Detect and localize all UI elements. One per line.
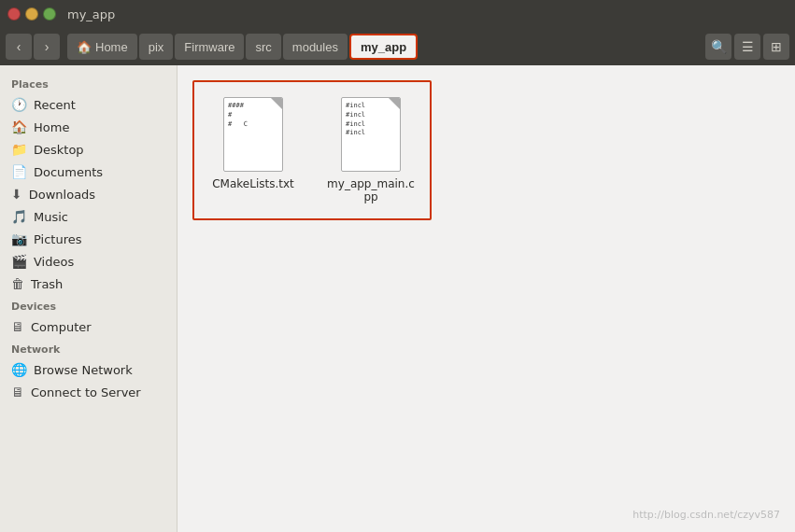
places-section-label: Places <box>0 73 177 93</box>
sidebar-item-music[interactable]: 🎵 Music <box>0 205 177 228</box>
sidebar-home-label: Home <box>34 120 69 134</box>
breadcrumb-pix[interactable]: pix <box>139 34 174 60</box>
toolbar: ‹ › 🏠HomepixFirmwaresrcmodulesmy_app 🔍 ☰… <box>0 28 795 65</box>
file-preview-cmake: #### # # C <box>228 102 278 129</box>
search-icon: 🔍 <box>711 39 727 54</box>
sidebar-music-label: Music <box>34 210 68 224</box>
sidebar-item-recent[interactable]: 🕐 Recent <box>0 93 177 116</box>
sidebar-item-videos[interactable]: 🎬 Videos <box>0 250 177 273</box>
network-items: 🌐 Browse Network 🖥 Connect to Server <box>0 358 177 403</box>
recent-icon: 🕐 <box>11 97 27 112</box>
file-item-cpp[interactable]: #incl #incl #incl #incl my_app_main.cpp <box>319 90 422 211</box>
sidebar-item-connect-server[interactable]: 🖥 Connect to Server <box>0 381 177 403</box>
sidebar-recent-label: Recent <box>34 98 76 112</box>
grid-button[interactable]: ⊞ <box>763 34 789 60</box>
music-icon: 🎵 <box>11 209 27 224</box>
sidebar-pictures-label: Pictures <box>34 232 81 246</box>
maximize-button[interactable] <box>43 7 56 21</box>
sidebar-computer-label: Computer <box>31 320 92 334</box>
breadcrumb-firmware[interactable]: Firmware <box>175 34 244 60</box>
breadcrumb-src[interactable]: src <box>246 34 280 60</box>
sidebar-item-pictures[interactable]: 📷 Pictures <box>0 228 177 250</box>
breadcrumb-my_app[interactable]: my_app <box>349 34 418 60</box>
file-item-cmake[interactable]: #### # # C CMakeLists.txt <box>202 90 305 211</box>
file-label-cpp: my_app_main.cpp <box>327 177 415 203</box>
sidebar-item-desktop[interactable]: 📁 Desktop <box>0 138 177 161</box>
home-icon: 🏠 <box>11 119 27 134</box>
trash-icon: 🗑 <box>11 276 24 291</box>
breadcrumb-home-label: Home <box>95 40 128 54</box>
grid-icon: ⊞ <box>771 39 782 54</box>
sidebar-item-computer[interactable]: 🖥 Computer <box>0 315 177 338</box>
window: my_app ‹ › 🏠HomepixFirmwaresrcmodulesmy_… <box>0 0 795 532</box>
content-area: #### # # C CMakeLists.txt#incl #incl #in… <box>177 65 795 532</box>
minimize-button[interactable] <box>25 7 38 21</box>
sidebar-item-downloads[interactable]: ⬇ Downloads <box>0 183 177 205</box>
breadcrumb-modules[interactable]: modules <box>283 34 348 60</box>
breadcrumb-pix-label: pix <box>149 40 164 54</box>
nav-buttons: ‹ › <box>6 34 60 60</box>
sidebar-trash-label: Trash <box>31 277 63 291</box>
titlebar-buttons <box>7 7 56 21</box>
sidebar-item-home[interactable]: 🏠 Home <box>0 116 177 138</box>
downloads-icon: ⬇ <box>11 187 22 202</box>
devices-section-label: Devices <box>0 295 177 315</box>
back-button[interactable]: ‹ <box>6 34 32 60</box>
close-button[interactable] <box>7 7 21 21</box>
window-title: my_app <box>67 7 115 21</box>
file-preview-cpp: #incl #incl #incl #incl <box>346 102 396 138</box>
main-area: Places 🕐 Recent 🏠 Home 📁 Desktop 📄 Docum… <box>0 65 795 532</box>
desktop-icon: 📁 <box>11 142 27 157</box>
breadcrumb-home[interactable]: 🏠Home <box>67 34 137 60</box>
breadcrumb-src-label: src <box>255 40 271 54</box>
places-items: 🕐 Recent 🏠 Home 📁 Desktop 📄 Documents ⬇ … <box>0 93 177 295</box>
documents-icon: 📄 <box>11 164 27 179</box>
file-icon-cpp: #incl #incl #incl #incl <box>341 97 401 172</box>
toolbar-actions: 🔍 ☰ ⊞ <box>705 34 789 60</box>
files-grid: #### # # C CMakeLists.txt#incl #incl #in… <box>202 90 422 211</box>
pictures-icon: 📷 <box>11 231 27 246</box>
sidebar-item-browse-network[interactable]: 🌐 Browse Network <box>0 358 177 381</box>
selection-box: #### # # C CMakeLists.txt#incl #incl #in… <box>192 80 432 220</box>
breadcrumb-modules-label: modules <box>292 40 338 54</box>
watermark: http://blog.csdn.net/czyv587 <box>632 509 780 521</box>
file-label-cmake: CMakeLists.txt <box>212 177 294 190</box>
sidebar-desktop-label: Desktop <box>34 143 84 157</box>
sidebar-browse-network-label: Browse Network <box>34 363 133 377</box>
menu-button[interactable]: ☰ <box>734 34 760 60</box>
breadcrumb-my_app-label: my_app <box>361 40 406 54</box>
network-section-label: Network <box>0 338 177 358</box>
forward-button[interactable]: › <box>34 34 60 60</box>
sidebar-item-trash[interactable]: 🗑 Trash <box>0 273 177 295</box>
file-icon-cmake: #### # # C <box>223 97 283 172</box>
sidebar-videos-label: Videos <box>34 255 74 269</box>
sidebar-documents-label: Documents <box>34 165 103 179</box>
sidebar-downloads-label: Downloads <box>29 188 95 202</box>
breadcrumb-bar: 🏠HomepixFirmwaresrcmodulesmy_app <box>67 34 702 60</box>
connect-server-icon: 🖥 <box>11 385 24 399</box>
browse-network-icon: 🌐 <box>11 362 27 377</box>
titlebar: my_app <box>0 0 795 28</box>
videos-icon: 🎬 <box>11 254 27 269</box>
devices-items: 🖥 Computer <box>0 315 177 338</box>
sidebar-connect-server-label: Connect to Server <box>31 385 141 399</box>
sidebar-item-documents[interactable]: 📄 Documents <box>0 161 177 183</box>
menu-icon: ☰ <box>742 39 754 54</box>
sidebar: Places 🕐 Recent 🏠 Home 📁 Desktop 📄 Docum… <box>0 65 177 532</box>
search-button[interactable]: 🔍 <box>705 34 731 60</box>
computer-icon: 🖥 <box>11 319 24 334</box>
home-home-icon: 🏠 <box>77 40 92 54</box>
breadcrumb-firmware-label: Firmware <box>184 40 234 54</box>
